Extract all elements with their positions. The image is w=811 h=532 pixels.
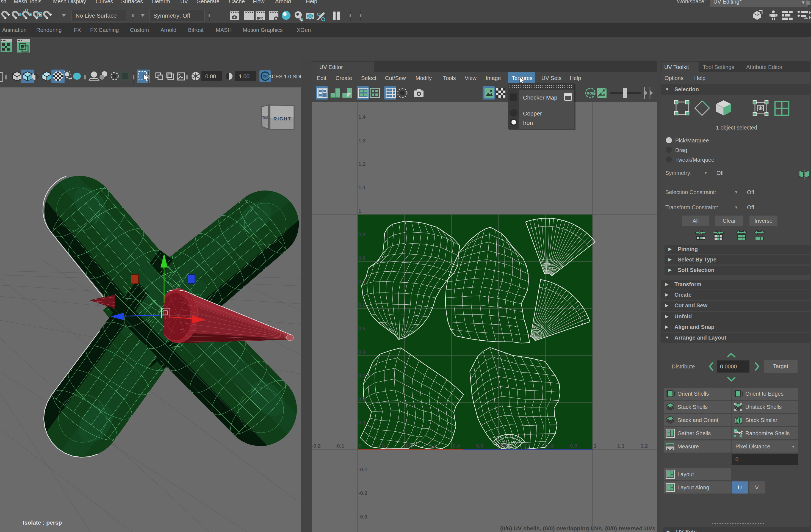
svg-text:0.8: 0.8 (358, 255, 366, 261)
svg-text:0.8: 0.8 (547, 443, 554, 449)
svg-text:1.2: 1.2 (358, 161, 366, 167)
svg-text:ACES 1.0 SDR-: ACES 1.0 SDR- (268, 74, 301, 79)
svg-text:0.5: 0.5 (358, 326, 366, 332)
svg-text:0.1: 0.1 (358, 420, 366, 426)
svg-text:0.4: 0.4 (453, 443, 460, 449)
svg-text:0.2: 0.2 (406, 443, 413, 449)
svg-text:0.6: 0.6 (500, 443, 507, 449)
svg-text:-0.2: -0.2 (312, 443, 321, 449)
svg-text:1.2: 1.2 (641, 443, 648, 449)
svg-text:0.9: 0.9 (358, 232, 366, 238)
svg-text:1.3: 1.3 (358, 138, 366, 143)
svg-text:ON: ON (263, 75, 268, 78)
svg-text:FRONT: FRONT (262, 116, 268, 120)
svg-text:1: 1 (358, 208, 362, 214)
svg-text:0.00: 0.00 (205, 73, 216, 79)
svg-text:0: 0 (358, 443, 362, 449)
svg-text:No Live Surface: No Live Surface (76, 12, 117, 19)
svg-text:RGB: RGB (587, 91, 595, 95)
svg-text:-0.2: -0.2 (358, 490, 367, 496)
svg-text:0.7: 0.7 (523, 443, 531, 449)
svg-text:(0/6) UV shells, (0/0) overla: (0/6) UV shells, (0/0) overlapping UVs, … (500, 525, 656, 531)
svg-text:0.9: 0.9 (570, 443, 577, 449)
svg-text:RIGHT: RIGHT (273, 116, 291, 122)
svg-text:1.1: 1.1 (358, 184, 366, 190)
svg-text:IPR: IPR (257, 16, 263, 20)
svg-text:1: 1 (594, 443, 597, 449)
svg-text:0.1: 0.1 (382, 443, 389, 449)
svg-text:1.1: 1.1 (617, 443, 625, 449)
svg-text:0.6: 0.6 (358, 302, 366, 308)
svg-text:-0.1: -0.1 (358, 467, 367, 472)
svg-text:1.4: 1.4 (358, 114, 366, 120)
svg-text:0.2: 0.2 (358, 396, 366, 402)
svg-text:0.3: 0.3 (429, 443, 437, 449)
svg-text:0.5: 0.5 (476, 443, 484, 449)
svg-text:-0.3: -0.3 (358, 514, 367, 520)
svg-text:Symmetry: Off: Symmetry: Off (153, 12, 190, 19)
svg-text:-0.1: -0.1 (335, 443, 345, 449)
svg-text:0.7: 0.7 (358, 278, 366, 284)
svg-text:X: X (301, 17, 303, 21)
svg-text:0.4: 0.4 (358, 349, 366, 355)
svg-text:1.00: 1.00 (239, 73, 249, 79)
svg-text:0.3: 0.3 (358, 373, 366, 378)
